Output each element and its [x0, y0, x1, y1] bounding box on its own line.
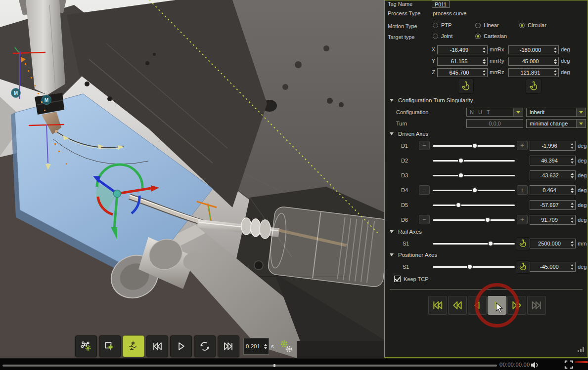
d1-input[interactable]: -1.996	[530, 141, 576, 151]
d6-slider-thumb[interactable]	[485, 217, 491, 223]
collapse-triangle-icon	[390, 132, 394, 135]
rz-spinner[interactable]	[552, 70, 558, 76]
tag-name-input[interactable]: P011	[432, 0, 450, 8]
z-spinner[interactable]	[481, 70, 487, 76]
y-input[interactable]: 61.155	[437, 57, 488, 66]
turn-mode-dropdown[interactable]: minimal change	[526, 119, 586, 128]
step-time-spinner[interactable]	[262, 344, 269, 349]
fullscreen-icon[interactable]	[564, 360, 574, 370]
d2-input[interactable]: 46.394	[530, 156, 576, 165]
playback-skip-to-end-button[interactable]	[527, 296, 546, 315]
d4-slider[interactable]	[433, 185, 515, 196]
spark-button[interactable]	[99, 335, 121, 357]
ry-input[interactable]: 45.000	[508, 57, 559, 66]
playhead-tick[interactable]	[273, 364, 275, 367]
d4-increment-button[interactable]: +	[517, 185, 528, 195]
rail-s1-slider[interactable]	[433, 238, 515, 249]
radio-dot	[433, 34, 438, 39]
d1-decrement-button[interactable]: −	[419, 141, 430, 150]
d6-slider[interactable]	[433, 214, 515, 225]
configuration-dropdown[interactable]: N U T	[466, 108, 523, 117]
x-spinner[interactable]	[481, 47, 487, 53]
rx-spinner[interactable]	[552, 47, 558, 53]
d3-unit: deg	[578, 172, 587, 178]
d3-spinner[interactable]	[569, 173, 575, 178]
positioner-s1-slider[interactable]	[433, 261, 515, 272]
section-config-turn-singularity[interactable]: Configuration Turn Singularity	[390, 97, 473, 103]
tcp-marker[interactable]: M	[11, 88, 21, 98]
d1-slider[interactable]	[433, 140, 515, 151]
positioner-s1-drag-button[interactable]	[516, 260, 530, 274]
drag-position-button[interactable]	[458, 79, 474, 94]
process-tool-button[interactable]	[123, 335, 144, 357]
d6-input[interactable]: 91.709	[530, 215, 576, 225]
rx-input[interactable]: -180.000	[508, 45, 559, 54]
d2-slider-thumb[interactable]	[458, 158, 464, 164]
d6-spinner[interactable]	[569, 217, 575, 223]
radio-linear[interactable]: Linear	[475, 22, 499, 28]
rz-input[interactable]: 121.891	[508, 68, 559, 77]
d1-slider-thumb[interactable]	[472, 143, 478, 149]
ry-spinner[interactable]	[552, 59, 558, 64]
d4-spinner[interactable]	[569, 188, 575, 193]
d5-slider[interactable]	[433, 200, 515, 210]
turn-input[interactable]: 0,0,0	[466, 119, 523, 128]
radio-circular[interactable]: Circular	[519, 22, 546, 28]
tcp-marker[interactable]: M	[42, 95, 51, 105]
d4-decrement-button[interactable]: −	[419, 185, 430, 195]
panel-resize-grip[interactable]	[578, 346, 584, 352]
radio-ptp[interactable]: PTP	[433, 22, 452, 28]
simulation-settings-button[interactable]	[276, 336, 297, 357]
d1-increment-button[interactable]: +	[517, 141, 528, 150]
seek-bar[interactable]	[2, 365, 497, 367]
positioner-s1-spinner[interactable]	[569, 264, 575, 270]
step-time-value[interactable]: 0.201	[244, 343, 262, 349]
square-spark-icon	[104, 340, 116, 352]
keep-tcp-checkbox[interactable]	[394, 276, 401, 282]
step-time-input[interactable]: 0.201	[243, 338, 269, 355]
d1-spinner[interactable]	[569, 143, 575, 149]
d5-spinner[interactable]	[569, 203, 575, 208]
d5-slider-thumb[interactable]	[455, 202, 461, 208]
d4-input[interactable]: 0.464	[530, 185, 576, 195]
radio-cartesian[interactable]: Cartesian	[475, 33, 507, 39]
section-driven-axes[interactable]: Driven Axes	[390, 131, 428, 137]
positioner-s1-slider-thumb[interactable]	[467, 264, 473, 270]
sim-play-button[interactable]	[170, 335, 192, 357]
radio-joint[interactable]: Joint	[433, 33, 452, 39]
d3-slider[interactable]	[433, 170, 515, 181]
d4-slider-thumb[interactable]	[472, 187, 478, 193]
3d-viewport[interactable]: M M	[0, 0, 384, 358]
chevron-down-icon[interactable]	[576, 120, 586, 127]
d3-slider-thumb[interactable]	[458, 172, 464, 178]
rail-s1-drag-button[interactable]	[516, 237, 530, 250]
d5-input[interactable]: -57.697	[530, 200, 576, 210]
rail-s1-slider-thumb[interactable]	[488, 241, 494, 247]
sim-loop-button[interactable]	[194, 335, 216, 357]
axis-z-label: Z	[428, 69, 435, 75]
rail-s1-spinner[interactable]	[569, 241, 575, 247]
section-positioner-axes[interactable]: Positioner Axes	[390, 252, 437, 258]
playback-skip-to-start-button[interactable]	[428, 296, 447, 315]
d3-input[interactable]: -43.632	[530, 170, 576, 180]
chevron-down-icon[interactable]	[576, 108, 586, 116]
y-spinner[interactable]	[481, 59, 487, 64]
positioner-s1-input[interactable]: -45.000	[530, 262, 576, 272]
section-rail-axes[interactable]: Rail Axes	[390, 229, 422, 235]
sim-skip-to-end-button[interactable]	[218, 335, 239, 357]
playback-fast-backward-button[interactable]	[448, 296, 467, 315]
x-input[interactable]: -16.499	[437, 45, 488, 54]
d2-spinner[interactable]	[569, 158, 575, 164]
d6-decrement-button[interactable]: −	[419, 215, 430, 224]
speaker-icon[interactable]	[530, 360, 540, 370]
chevron-down-icon[interactable]	[513, 108, 523, 116]
rail-s1-input[interactable]: 2500.000	[530, 239, 576, 248]
sim-skip-to-start-button[interactable]	[146, 335, 168, 357]
d1-label: D1	[401, 143, 408, 149]
drag-rotation-button[interactable]	[526, 79, 542, 94]
configuration-mode-dropdown[interactable]: inherit	[526, 108, 586, 117]
kinematics-button[interactable]	[75, 335, 97, 357]
d2-slider[interactable]	[433, 155, 515, 166]
z-input[interactable]: 645.700	[437, 68, 488, 77]
d6-increment-button[interactable]: +	[517, 215, 528, 224]
